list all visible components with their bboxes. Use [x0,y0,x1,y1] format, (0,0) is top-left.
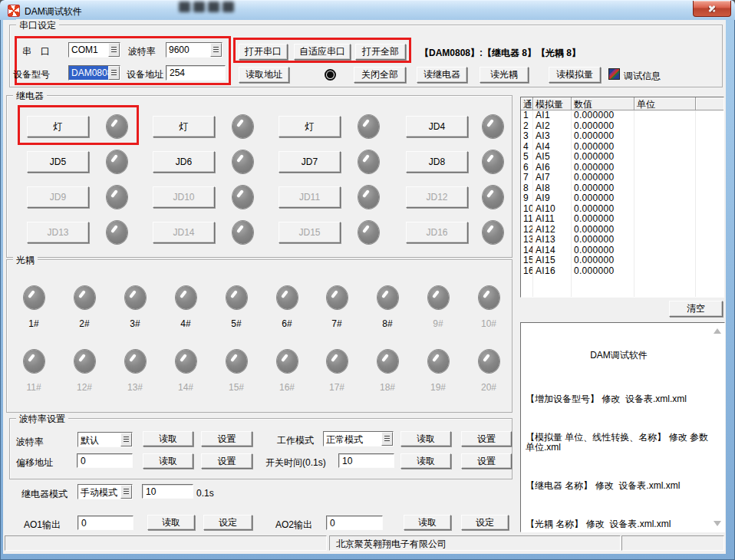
relay-button-14: JD14 [153,222,215,243]
ao2-set-button[interactable]: 设定 [461,515,509,530]
read-analog-button[interactable]: 读模拟量 [549,67,601,83]
ao1-label: AO1输出 [24,519,61,532]
baud-combobox[interactable]: 9600 [166,42,222,58]
col-extra[interactable] [696,97,723,110]
baudrate-set-button[interactable]: 设置 [201,431,252,446]
offset-input[interactable]: 0 [77,453,133,468]
model-label: 设备型号 [13,68,50,81]
col-unit[interactable]: 单位 [634,97,696,110]
port-combobox[interactable]: COM1 [68,42,120,58]
opto-led-11 [24,350,44,373]
clear-button[interactable]: 清空 [669,301,723,317]
ao1-set-button[interactable]: 设定 [203,515,252,530]
model-combobox[interactable]: DAM0808 [68,65,120,81]
offset-set-button[interactable]: 设置 [201,453,252,469]
title-bar: DAM调试软件 [0,0,735,20]
statusbar-segment-right [621,535,724,551]
close-button[interactable] [693,1,731,17]
read-address-button[interactable]: 读取地址 [239,67,289,83]
baudrate-combobox[interactable]: 默认 [77,432,133,447]
table-row[interactable]: 9AI90.000000 [521,193,723,204]
table-row[interactable]: 7AI70.000000 [521,173,723,183]
auto-serial-button[interactable]: 自适应串口 [294,44,351,60]
ao2-input[interactable]: 0 [326,516,383,530]
workmode-set-button[interactable]: 设置 [461,431,512,446]
col-channel[interactable]: 通 [521,97,533,110]
opto-led-19 [428,350,449,373]
debug-info-label: 调试信息 [624,70,661,83]
table-row[interactable]: 11AI110.000000 [521,214,723,225]
relay-button-10: JD10 [153,186,215,208]
relay-led-2 [232,115,253,138]
close-all-button[interactable]: 关闭全部 [354,67,406,83]
relay-button-7[interactable]: JD7 [279,151,341,173]
relay-led-13 [107,221,127,244]
table-row[interactable]: 8AI80.000000 [521,183,723,194]
baudrate-value[interactable]: 默认 [78,433,120,446]
workmode-value[interactable]: 正常模式 [324,432,381,446]
ao2-read-button[interactable]: 读取 [404,515,451,530]
baud-settings-group: 波特率设置 波特率 默认 读取 设置 偏移地址 0 读取 设置 工作模式 正常模… [9,418,513,479]
opto-label-10: 10# [470,318,507,329]
relay-button-8[interactable]: JD8 [406,151,468,173]
workmode-combobox[interactable]: 正常模式 [323,431,394,446]
table-row[interactable]: 16AI160.000000 [521,266,723,277]
opto-label-19: 19# [420,382,456,393]
relay-button-6[interactable]: JD6 [153,151,215,173]
baudrate-dropdown-icon[interactable] [120,433,132,446]
col-value[interactable]: 数值 [572,97,634,110]
switchtime-read-button[interactable]: 读取 [400,453,451,469]
relaymode-time-input[interactable]: 10 [142,484,193,499]
read-opto-button[interactable]: 读光耦 [480,67,529,83]
baudrate-read-button[interactable]: 读取 [143,431,193,446]
table-row[interactable]: 1AI10.000000 [521,110,723,121]
read-relay-button[interactable]: 读继电器 [417,67,467,83]
opto-group-title: 光耦 [13,254,38,267]
relay-button-3[interactable]: 灯 [279,116,341,137]
table-row[interactable]: 3AI30.000000 [521,131,723,142]
table-row[interactable]: 4AI40.000000 [521,142,723,153]
table-row[interactable]: 13AI130.000000 [521,235,723,245]
baud-dropdown-icon[interactable] [210,43,222,57]
relay-button-5[interactable]: JD5 [27,151,89,173]
relay-led-11 [358,186,379,209]
scroll-down-icon[interactable] [714,521,721,526]
debug-info-icon [608,68,620,80]
opto-label-4: 4# [167,318,204,329]
relaymode-dropdown-icon[interactable] [120,485,132,499]
statusbar-company: 北京聚英翱翔电子有限公司 [329,535,621,551]
table-row[interactable]: 5AI50.000000 [521,152,723,163]
port-dropdown-icon[interactable] [108,43,120,57]
opto-led-10 [479,286,499,309]
model-value[interactable]: DAM0808 [69,66,108,80]
relay-button-4[interactable]: JD4 [406,116,468,137]
model-dropdown-icon[interactable] [108,66,120,80]
ao1-input[interactable]: 0 [77,516,133,530]
port-value[interactable]: COM1 [69,43,108,57]
table-row[interactable]: 10AI100.000000 [521,204,723,215]
open-serial-button[interactable]: 打开串口 [239,44,288,60]
relay-button-1[interactable]: 灯 [27,116,89,137]
offset-read-button[interactable]: 读取 [143,453,193,469]
workmode-dropdown-icon[interactable] [381,432,393,446]
switchtime-set-button[interactable]: 设置 [461,453,512,469]
table-row[interactable]: 14AI140.000000 [521,245,723,256]
relaymode-combobox[interactable]: 手动模式 [77,484,133,499]
ao1-read-button[interactable]: 读取 [147,515,195,530]
open-all-button[interactable]: 打开全部 [355,44,406,60]
relay-led-6 [232,150,253,173]
serial-settings-group: 串口设定 串 口 COM1 波特率 9600 设备型号 DAM0808 设备地址… [9,25,723,87]
relay-button-2[interactable]: 灯 [153,116,215,137]
relaymode-value[interactable]: 手动模式 [78,485,120,499]
scroll-up-icon[interactable] [714,328,721,334]
addr-input[interactable]: 254 [166,65,226,81]
table-row[interactable]: 12AI120.000000 [521,225,723,236]
ao2-label: AO2输出 [275,519,312,532]
workmode-read-button[interactable]: 读取 [400,431,451,446]
col-analog[interactable]: 模拟量 [533,97,572,110]
baud-value[interactable]: 9600 [166,43,210,57]
table-row[interactable]: 6AI60.000000 [521,163,723,173]
table-row[interactable]: 2AI20.000000 [521,121,723,132]
switchtime-input[interactable]: 10 [338,453,394,468]
table-row[interactable]: 15AI150.000000 [521,255,723,266]
